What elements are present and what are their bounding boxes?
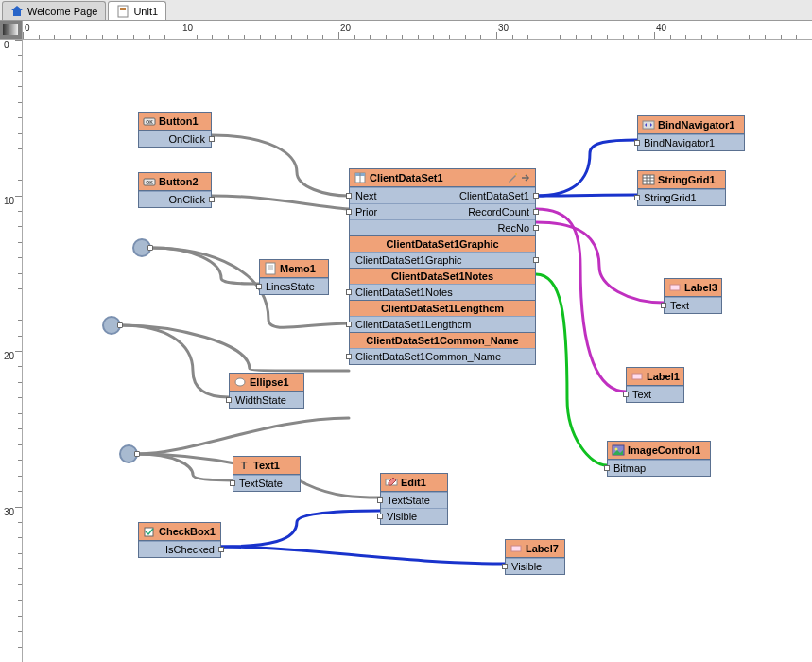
tab-label: Welcome Page	[27, 6, 97, 17]
svg-rect-1	[120, 8, 126, 9]
tab-welcome[interactable]: Welcome Page	[2, 1, 106, 20]
home-icon	[10, 5, 24, 18]
tab-bar: Welcome Page Unit1	[0, 0, 812, 21]
unit-icon	[116, 5, 130, 18]
svg-rect-0	[118, 6, 128, 17]
tab-unit1[interactable]: Unit1	[108, 1, 166, 20]
svg-rect-2	[120, 9, 126, 10]
tab-label: Unit1	[133, 6, 158, 17]
